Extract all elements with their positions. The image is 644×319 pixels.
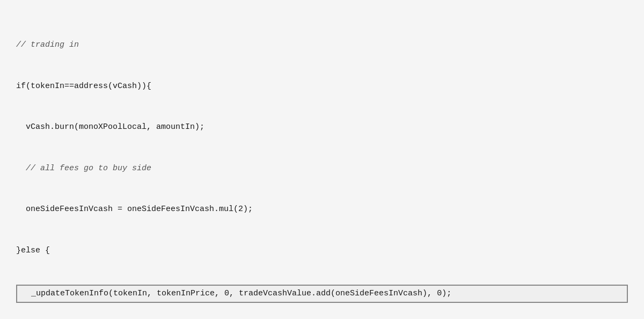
comment-fees-buy: // all fees go to buy side (16, 162, 628, 176)
code-line-else: }else { (16, 244, 628, 258)
code-viewer: // trading in if(tokenIn==address(vCash)… (0, 0, 644, 319)
code-line-vcash-burn: vCash.burn(monoXPoolLocal, amountIn); (16, 120, 628, 134)
code-line-if-tokenin: if(tokenIn==address(vCash)){ (16, 79, 628, 93)
highlighted-update-token-info-1: _updateTokenInfo(tokenIn, tokenInPrice, … (16, 285, 628, 303)
code-line-oneside-fees: oneSideFeesInVcash = oneSideFeesInVcash.… (16, 202, 628, 216)
code-section-trading-in: // trading in if(tokenIn==address(vCash)… (16, 11, 628, 319)
comment-trading-in: // trading in (16, 38, 628, 52)
